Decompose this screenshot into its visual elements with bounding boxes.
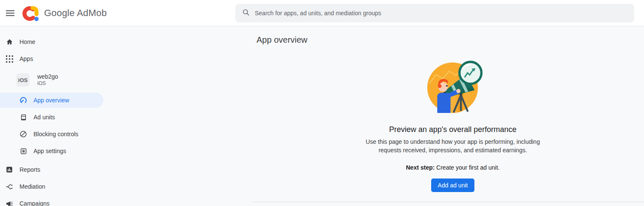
product-name: Google AdMob [44, 8, 107, 19]
sidebar-item-mediation[interactable]: Mediation [0, 178, 119, 195]
app-name: web2go [37, 73, 58, 81]
sidebar-item-ad-units[interactable]: Ad units [0, 109, 119, 126]
app-settings-gear-icon [19, 147, 28, 155]
sidebar-item-apps[interactable]: Apps [0, 50, 119, 67]
empty-state: Preview an app's overall performance Use… [262, 125, 644, 192]
gauge-icon [19, 96, 28, 104]
sidebar-item-label: App settings [33, 148, 66, 154]
next-step-label: Next step: [406, 164, 435, 171]
reports-bar-chart-icon [5, 165, 14, 174]
sidebar-item-label: Reports [20, 166, 40, 173]
sidebar-item-label: Blocking controls [33, 131, 78, 137]
sidebar-item-label: Ad units [33, 114, 55, 121]
sidebar-item-label: Mediation [20, 183, 45, 190]
sidebar-item-app-settings[interactable]: App settings [0, 143, 119, 159]
search-icon [242, 8, 250, 18]
apps-grid-icon [5, 55, 14, 63]
home-icon [5, 38, 14, 46]
menu-icon[interactable] [1, 4, 20, 22]
page-title: App overview [256, 35, 307, 45]
campaigns-megaphone-icon [5, 199, 14, 206]
ios-platform-icon: iOS [16, 73, 30, 87]
next-step-text: Next step: Create your first ad unit. [262, 164, 644, 171]
sidebar-item-label: Apps [20, 55, 33, 62]
sidebar-item-campaigns[interactable]: Campaigns [0, 195, 119, 206]
global-search[interactable] [235, 4, 634, 22]
ad-units-icon [19, 113, 28, 121]
content-divider [252, 202, 644, 202]
next-step-detail: Create your first ad unit. [435, 164, 499, 171]
sidebar-nav: Home Apps iOS web2go iOS App overview [0, 26, 119, 206]
telescope-illustration [424, 56, 482, 117]
mediation-split-icon [5, 182, 14, 191]
top-app-bar: Google AdMob [0, 0, 644, 26]
sidebar-item-label: Campaigns [20, 200, 50, 206]
admob-logo-icon[interactable] [22, 4, 40, 22]
sidebar-item-home[interactable]: Home [0, 33, 119, 50]
sidebar-app-web2go[interactable]: iOS web2go iOS [0, 70, 119, 90]
sidebar-item-label: Home [20, 38, 35, 45]
search-input[interactable] [255, 10, 627, 16]
add-ad-unit-button[interactable]: Add ad unit [431, 179, 475, 192]
sidebar-item-reports[interactable]: Reports [0, 161, 119, 178]
sidebar-item-blocking-controls[interactable]: Blocking controls [0, 126, 119, 143]
block-icon [19, 130, 28, 138]
empty-state-description: Use this page to understand how your app… [355, 138, 550, 154]
sidebar-item-app-overview[interactable]: App overview [0, 93, 103, 108]
app-platform: iOS [37, 80, 58, 87]
empty-state-heading: Preview an app's overall performance [262, 125, 644, 134]
sidebar-item-label: App overview [33, 97, 69, 104]
